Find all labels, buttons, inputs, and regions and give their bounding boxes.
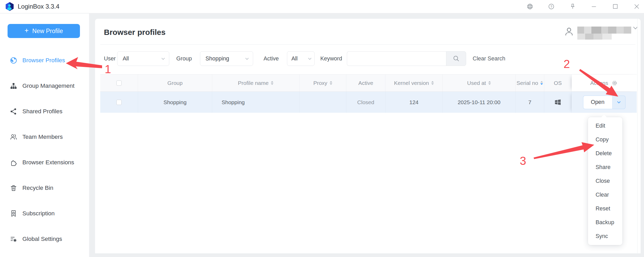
column-settings-icon[interactable] [611,80,618,86]
trash-icon [10,184,17,192]
menu-item-reset[interactable]: Reset [588,202,622,216]
scrollbar-track[interactable] [637,19,641,253]
user-filter-value: All [123,55,129,62]
select-all-checkbox[interactable] [116,80,122,86]
team-icon [10,133,17,141]
menu-item-share[interactable]: Share [588,160,622,174]
new-profile-button[interactable]: + New Profile [8,24,80,38]
filter-bar: User All Group Shopping Active All Keywo… [95,51,641,66]
user-filter-select[interactable]: All [117,51,169,66]
open-dropdown-button[interactable] [612,96,626,109]
titlebar-actions: ? [527,3,644,10]
keyword-input[interactable] [347,51,446,66]
table-row[interactable]: Shopping Shopping Closed 124 2025-10-11 … [100,92,637,113]
chevron-down-icon [617,100,621,103]
sort-icon[interactable] [330,81,332,85]
cell-kernel-version: 124 [385,92,443,113]
open-profile-button[interactable]: Open [583,96,612,109]
keyword-filter-label: Keyword [320,51,342,66]
cell-group: Shopping [138,92,212,113]
sort-icon[interactable] [431,81,434,85]
main-panel: Browser profiles User All Group [95,19,641,253]
active-filter-select[interactable]: All [287,51,315,66]
search-button[interactable] [446,51,466,66]
active-filter-value: All [291,55,298,62]
annotation-step-2: 2 [564,58,570,70]
group-filter-value: Shopping [205,55,229,62]
maximize-button[interactable] [612,3,619,10]
language-button[interactable] [527,3,533,10]
sidebar-item-label: Browser Extensions [22,159,74,166]
row-checkbox-cell [100,92,138,113]
column-kernel-version[interactable]: Kernel version [385,74,443,91]
close-button[interactable] [633,3,640,10]
menu-item-sync[interactable]: Sync [588,229,622,243]
chevron-down-icon [633,25,638,29]
app-logo-icon [5,2,15,11]
group-filter-select[interactable]: Shopping [200,51,253,66]
table-header-row: Group Profile name Proxy Active Kernel v… [100,74,637,92]
sidebar-item-subscription[interactable]: Subscription [0,201,89,226]
org-chart-icon [10,82,17,90]
cell-active-status: Closed [346,92,385,113]
settings-list-icon [10,235,17,243]
menu-item-edit[interactable]: Edit [588,119,622,133]
chevron-down-icon [161,57,165,60]
active-filter-label: Active [264,51,279,66]
globe-icon [10,57,17,64]
annotation-step-1: 1 [105,64,111,75]
menu-item-delete[interactable]: Delete [588,147,622,160]
sidebar: + New Profile Browser Profiles [0,14,89,257]
pin-icon [569,3,576,10]
minimize-button[interactable] [591,3,597,10]
sidebar-item-shared-profiles[interactable]: Shared Profiles [0,99,89,124]
row-checkbox[interactable] [116,100,122,105]
annotation-step-3: 3 [520,155,526,167]
clear-search-link[interactable]: Clear Search [473,51,505,66]
maximize-icon [612,3,619,10]
sidebar-item-label: Group Management [22,83,74,89]
redacted-username [577,27,631,40]
close-icon [633,3,640,10]
menu-item-copy[interactable]: Copy [588,133,622,147]
app-title: LoginBox 3.3.4 [18,3,59,10]
cell-os [544,92,572,113]
chevron-down-icon [245,57,249,60]
globe-icon [527,3,533,10]
user-menu[interactable] [564,27,637,40]
keyword-search [347,51,466,66]
titlebar: LoginBox 3.3.4 ? [0,0,644,13]
sidebar-item-browser-profiles[interactable]: Browser Profiles [0,48,89,73]
profiles-table: Group Profile name Proxy Active Kernel v… [100,74,637,113]
svg-text:?: ? [550,5,552,9]
question-icon: ? [548,3,555,10]
column-serial-no[interactable]: Serial no [516,74,544,91]
share-icon [10,108,17,115]
minimize-icon [591,3,597,10]
cell-profile-name: Shopping [212,92,299,113]
column-profile-name[interactable]: Profile name [212,74,299,91]
cell-proxy [299,92,346,113]
pin-button[interactable] [569,3,576,10]
header-checkbox-cell [100,74,138,91]
menu-item-close[interactable]: Close [588,174,622,188]
sort-icon[interactable] [488,81,491,85]
column-group[interactable]: Group [138,74,212,91]
sidebar-item-label: Recycle Bin [22,185,53,191]
sidebar-item-label: Subscription [22,210,55,217]
sort-icon[interactable] [271,81,273,85]
sidebar-item-group-management[interactable]: Group Management [0,73,89,99]
sidebar-item-global-settings[interactable]: Global Settings [0,226,89,252]
help-button[interactable]: ? [548,3,555,10]
sidebar-item-recycle-bin[interactable]: Recycle Bin [0,175,89,201]
page-title: Browser profiles [104,28,166,37]
sidebar-item-browser-extensions[interactable]: Browser Extensions [0,150,89,175]
column-used-at[interactable]: Used at [443,74,516,91]
menu-item-backup[interactable]: Backup [588,216,622,229]
sidebar-item-label: Shared Profiles [22,108,62,115]
menu-item-clear[interactable]: Clear [588,188,622,202]
column-proxy[interactable]: Proxy [299,74,346,91]
sort-icon-active-desc[interactable] [540,81,543,85]
windows-icon [554,99,561,106]
sidebar-item-team-members[interactable]: Team Members [0,124,89,150]
